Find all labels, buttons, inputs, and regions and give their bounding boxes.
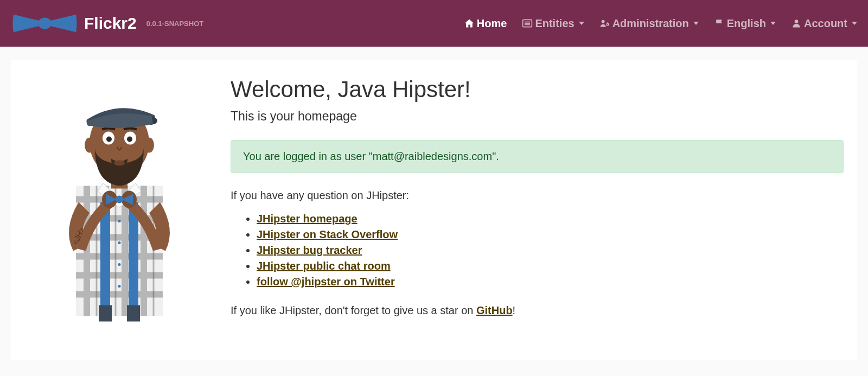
page-lead: This is your homepage — [231, 109, 844, 124]
nav-administration-label: Administration — [612, 17, 689, 30]
nav-account[interactable]: Account — [791, 17, 857, 30]
chevron-down-icon — [770, 22, 776, 25]
user-icon — [791, 18, 802, 29]
svg-rect-25 — [99, 305, 112, 322]
svg-point-28 — [118, 241, 121, 244]
svg-point-6 — [607, 23, 608, 25]
home-icon — [464, 18, 475, 29]
svg-rect-23 — [100, 202, 110, 316]
nav-home[interactable]: Home — [464, 17, 507, 30]
nav-entities-label: Entities — [535, 17, 574, 30]
svg-point-29 — [118, 263, 121, 266]
list-item: JHipster public chat room — [257, 260, 844, 272]
bowtie-logo-icon — [11, 10, 79, 36]
link-jhipster-stackoverflow[interactable]: JHipster on Stack Overflow — [257, 228, 398, 240]
nav-language[interactable]: English — [714, 17, 776, 30]
link-github[interactable]: GitHub — [476, 304, 513, 316]
hipster-image-column: <JH> — [24, 77, 214, 328]
chevron-down-icon — [693, 22, 699, 25]
users-cog-icon — [599, 18, 610, 29]
link-jhipster-twitter[interactable]: follow @jhipster on Twitter — [257, 276, 395, 288]
svg-point-39 — [114, 161, 125, 166]
brand-name: Flickr2 — [84, 14, 137, 33]
link-jhipster-homepage[interactable]: JHipster homepage — [257, 213, 358, 225]
content-column: Welcome, Java Hipster! This is your home… — [231, 77, 844, 328]
nav-entities[interactable]: Entities — [522, 17, 584, 30]
footer-text: If you like JHipster, don't forget to gi… — [231, 304, 844, 317]
helpful-links-list: JHipster homepage JHipster on Stack Over… — [231, 213, 844, 288]
nav-home-label: Home — [477, 17, 507, 30]
question-text: If you have any question on JHipster: — [231, 189, 844, 202]
chevron-down-icon — [852, 22, 857, 25]
svg-point-38 — [144, 138, 154, 153]
main-content: <JH> — [11, 60, 857, 360]
svg-point-42 — [106, 137, 112, 142]
list-item: JHipster on Stack Overflow — [257, 228, 844, 241]
page-title: Welcome, Java Hipster! — [231, 77, 844, 103]
nav-account-label: Account — [804, 17, 847, 30]
flag-icon — [714, 18, 725, 29]
brand-section[interactable]: Flickr2 0.0.1-SNAPSHOT — [11, 10, 203, 36]
svg-point-34 — [116, 196, 123, 203]
navbar: Flickr2 0.0.1-SNAPSHOT Home Entities Adm… — [0, 0, 868, 47]
login-alert: You are logged in as user "matt@raiblede… — [231, 140, 844, 173]
svg-point-7 — [795, 20, 799, 23]
svg-point-0 — [38, 17, 52, 29]
svg-point-27 — [118, 220, 121, 222]
footer-suffix: ! — [513, 304, 516, 316]
link-jhipster-bugtracker[interactable]: JHipster bug tracker — [257, 244, 362, 256]
list-item: JHipster homepage — [257, 213, 844, 225]
link-jhipster-chat[interactable]: JHipster public chat room — [257, 260, 391, 272]
svg-rect-24 — [129, 202, 138, 316]
svg-point-43 — [127, 137, 132, 142]
list-icon — [522, 18, 533, 29]
nav-administration[interactable]: Administration — [599, 17, 699, 30]
nav-language-label: English — [727, 17, 766, 30]
hipster-illustration: <JH> — [54, 77, 184, 328]
version-label: 0.0.1-SNAPSHOT — [146, 20, 203, 28]
svg-point-5 — [601, 20, 604, 23]
svg-rect-26 — [127, 305, 140, 322]
chevron-down-icon — [579, 22, 584, 25]
svg-point-37 — [85, 138, 94, 153]
svg-point-30 — [118, 285, 121, 288]
nav-menu: Home Entities Administration English Acc… — [464, 17, 857, 30]
footer-prefix: If you like JHipster, don't forget to gi… — [231, 304, 476, 316]
list-item: JHipster bug tracker — [257, 244, 844, 257]
list-item: follow @jhipster on Twitter — [257, 276, 844, 288]
